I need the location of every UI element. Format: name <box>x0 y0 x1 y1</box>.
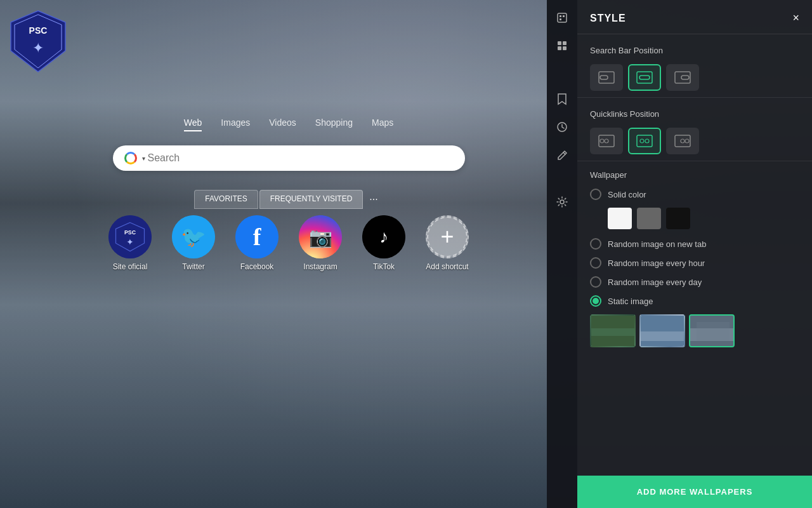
color-swatch-gray[interactable] <box>637 208 661 229</box>
search-nav: Web Images Videos Shopping Maps <box>184 117 393 131</box>
solid-color-radio[interactable] <box>590 189 601 200</box>
shortcut-tiktok[interactable]: ♪ TikTok <box>358 215 409 271</box>
searchbar-position-section: Search Bar Position <box>577 34 812 98</box>
search-engine-dropdown[interactable]: ▾ <box>142 155 145 162</box>
shortcut-icon-add: + <box>426 215 469 258</box>
panel-close-button[interactable]: × <box>792 11 799 25</box>
svg-point-31 <box>685 139 689 143</box>
rss-icon[interactable] <box>551 6 573 29</box>
quicklinks-position-label: Quicklinks Position <box>590 109 799 119</box>
wallpaper-thumb-1[interactable] <box>590 314 636 347</box>
svg-rect-26 <box>637 135 652 147</box>
image-thumbnails <box>590 314 799 347</box>
search-bar: ▾ <box>113 145 465 171</box>
quicklinks-position-group <box>590 128 799 154</box>
google-color-ring <box>124 152 137 164</box>
static-image-radio[interactable] <box>590 295 601 307</box>
wallpaper-thumb-2[interactable] <box>639 314 685 347</box>
quicklinks-pos-right[interactable] <box>666 128 699 154</box>
random-hourly-radio[interactable] <box>590 257 601 269</box>
svg-point-24 <box>600 139 604 143</box>
svg-rect-18 <box>600 76 608 79</box>
tab-frequently-visited[interactable]: FREQUENTLY VISITED <box>259 190 363 209</box>
random-daily-option[interactable]: Random image every day <box>590 276 799 288</box>
shortcut-icon-site-oficial: PSC ✦ <box>108 215 152 258</box>
shortcut-label-add: Add shortcut <box>426 262 468 271</box>
svg-point-28 <box>645 139 649 143</box>
tab-favorites[interactable]: FAVORITES <box>194 190 258 209</box>
main-content: Web Images Videos Shopping Maps ▾ FAVORI… <box>0 0 577 508</box>
wallpaper-section: Wallpaper Solid color Random image on ne… <box>577 161 812 356</box>
tab-videos[interactable]: Videos <box>269 117 296 131</box>
wallpaper-title: Wallpaper <box>590 170 799 180</box>
bookmark-icon[interactable] <box>551 88 573 110</box>
svg-rect-14 <box>563 46 566 50</box>
svg-rect-11 <box>558 41 561 45</box>
random-daily-radio[interactable] <box>590 276 601 288</box>
tab-web[interactable]: Web <box>184 117 202 131</box>
random-new-tab-radio[interactable] <box>590 238 601 250</box>
svg-rect-38 <box>697 322 730 341</box>
svg-text:✦: ✦ <box>126 237 134 247</box>
shortcut-add[interactable]: + Add shortcut <box>422 215 473 271</box>
quicklinks-pos-left[interactable] <box>590 128 623 154</box>
quicklinks-more[interactable]: ··· <box>364 190 383 209</box>
random-new-tab-label: Random image on new tab <box>608 239 706 249</box>
searchbar-pos-right[interactable] <box>666 64 699 91</box>
sidebar-icon-strip <box>547 0 577 508</box>
panel-title: STYLE <box>590 13 626 24</box>
edit-icon[interactable] <box>551 144 573 166</box>
color-swatch-black[interactable] <box>666 208 690 229</box>
color-swatch-white[interactable] <box>608 208 632 229</box>
search-input[interactable] <box>148 152 454 164</box>
shortcut-twitter[interactable]: 🐦 Twitter <box>168 215 219 271</box>
solid-color-label: Solid color <box>608 190 646 199</box>
color-swatches <box>608 208 799 229</box>
google-icon[interactable] <box>124 152 137 164</box>
static-image-option[interactable]: Static image <box>590 295 799 307</box>
settings-icon[interactable] <box>551 190 573 213</box>
style-panel: STYLE × Search Bar Position <box>577 0 812 508</box>
svg-rect-12 <box>563 41 566 45</box>
shortcut-icon-twitter: 🐦 <box>172 215 215 258</box>
random-new-tab-option[interactable]: Random image on new tab <box>590 238 799 250</box>
panel-header: STYLE × <box>577 0 812 34</box>
history-icon[interactable] <box>551 116 573 138</box>
svg-text:PSC: PSC <box>29 25 48 36</box>
svg-rect-23 <box>599 135 614 147</box>
searchbar-pos-left[interactable] <box>590 64 623 91</box>
svg-point-16 <box>560 200 564 204</box>
shortcut-label-tiktok: TikTok <box>373 262 395 271</box>
svg-rect-35 <box>641 331 685 341</box>
shortcut-site-oficial[interactable]: PSC ✦ Site oficial <box>105 215 155 271</box>
svg-rect-33 <box>591 328 636 336</box>
shortcut-icon-tiktok: ♪ <box>362 215 405 258</box>
static-image-label: Static image <box>608 297 653 306</box>
grid-icon[interactable] <box>551 34 573 57</box>
quicklinks-pos-center[interactable] <box>628 128 661 154</box>
svg-rect-13 <box>558 46 561 50</box>
shortcut-label-instagram: Instagram <box>303 262 337 271</box>
wallpaper-thumb-3[interactable] <box>689 314 735 347</box>
tab-maps[interactable]: Maps <box>372 117 393 131</box>
shortcut-label-site-oficial: Site oficial <box>113 262 148 271</box>
svg-point-27 <box>640 139 644 143</box>
svg-text:✦: ✦ <box>32 40 44 56</box>
tab-shopping[interactable]: Shopping <box>315 117 353 131</box>
searchbar-position-label: Search Bar Position <box>590 46 799 55</box>
solid-color-option[interactable]: Solid color <box>590 189 799 200</box>
add-wallpapers-button[interactable]: ADD MORE WALLPAPERS <box>577 476 812 508</box>
svg-rect-21 <box>675 72 690 83</box>
svg-point-30 <box>681 139 684 143</box>
psc-logo[interactable]: PSC ✦ <box>10 10 67 73</box>
tab-images[interactable]: Images <box>221 117 250 131</box>
svg-rect-10 <box>560 18 561 20</box>
shortcut-facebook[interactable]: f Facebook <box>232 215 282 271</box>
svg-rect-7 <box>558 13 566 22</box>
quicklinks-tabs: FAVORITES FREQUENTLY VISITED ··· <box>194 190 383 209</box>
svg-rect-8 <box>560 15 561 17</box>
shortcut-instagram[interactable]: 📷 Instagram <box>295 215 346 271</box>
searchbar-pos-center[interactable] <box>628 64 661 91</box>
shortcut-icon-facebook: f <box>235 215 278 258</box>
random-hourly-option[interactable]: Random image every hour <box>590 257 799 269</box>
